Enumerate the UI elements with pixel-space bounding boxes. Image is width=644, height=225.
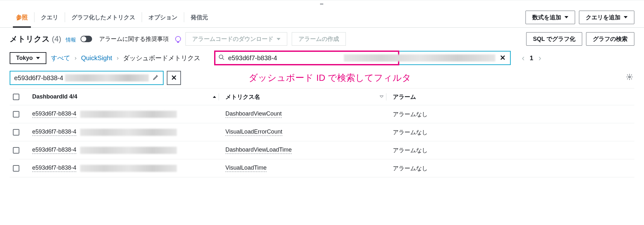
table-row: e593d6f7-b838-4 VisualLoadErrorCount アラー… (10, 123, 634, 141)
alarm-text: アラームなし (393, 164, 428, 172)
next-page-button[interactable]: › (538, 54, 541, 62)
tab-query[interactable]: クエリ (34, 7, 65, 27)
page-number: 1 (530, 54, 533, 62)
col-dashboard-id[interactable]: DashboardId 4/4 (29, 93, 222, 100)
tab-browse[interactable]: 参照 (10, 7, 34, 27)
add-math-label: 数式を追加 (532, 14, 561, 21)
redacted-text (80, 165, 177, 172)
panel-drag-handle[interactable]: ═ (0, 0, 644, 7)
alarm-recommendations-label: アラームに関する推奨事項 (99, 35, 169, 43)
breadcrumb-dimension: ダッシュボードメトリクス (123, 54, 200, 62)
row-checkbox[interactable] (13, 129, 19, 136)
chevron-down-icon (36, 57, 40, 59)
table-body: e593d6f7-b838-4 DashboardViewCount アラームな… (10, 105, 634, 177)
redacted-text (65, 74, 149, 81)
alarm-text: アラームなし (393, 110, 428, 118)
metric-name-text: DashboardViewLoadTime (225, 146, 292, 154)
metrics-table: DashboardId 4/4 メトリクス名 アラーム e593d6f7-b83… (10, 88, 634, 177)
clear-search-button[interactable]: ✕ (495, 54, 510, 62)
filter-chip-text: e593d6f7-b838-4 (14, 74, 63, 82)
search-input[interactable] (228, 54, 344, 62)
metric-name-cell[interactable]: DashboardViewLoadTime (222, 146, 390, 154)
region-label: Tokyo (16, 55, 33, 61)
dashboard-id-cell[interactable]: e593d6f7-b838-4 (29, 128, 222, 136)
row-checkbox[interactable] (13, 111, 19, 117)
dashboard-id-cell[interactable]: e593d6f7-b838-4 (29, 164, 222, 172)
metric-name-cell[interactable]: VisualLoadErrorCount (222, 128, 390, 136)
row-checkbox[interactable] (13, 147, 19, 154)
row-select-cell (10, 165, 29, 172)
alarm-recommendations-toggle[interactable] (80, 36, 92, 42)
row-checkbox[interactable] (13, 165, 19, 172)
alarm-text: アラームなし (393, 128, 428, 136)
col-metric-name-label: メトリクス名 (225, 93, 260, 101)
row-select-cell (10, 111, 29, 117)
metrics-count: (4) (52, 34, 61, 43)
metric-name-text: DashboardViewCount (225, 110, 282, 118)
dashboard-id-prefix: e593d6f7-b838-4 (32, 128, 76, 136)
search-icon (215, 54, 228, 62)
breadcrumb-namespace[interactable]: QuickSight (81, 54, 112, 62)
remove-chip-button[interactable]: ✕ (167, 71, 181, 85)
download-alarm-code-label: アラームコードのダウンロード (192, 35, 273, 43)
tab-source[interactable]: 発信元 (184, 7, 214, 27)
sort-asc-icon (213, 96, 216, 98)
chevron-down-icon (624, 16, 628, 18)
add-query-button[interactable]: クエリを追加 (579, 11, 634, 24)
col-alarm[interactable]: アラーム (390, 93, 634, 101)
dashboard-id-prefix: e593d6f7-b838-4 (32, 164, 76, 172)
filter-chip[interactable]: e593d6f7-b838-4 (10, 71, 164, 85)
drag-handle-icon: ═ (320, 2, 324, 6)
chevron-down-icon (277, 38, 280, 40)
tabs: 参照 クエリ グラフ化したメトリクス オプション 発信元 (10, 7, 214, 27)
redacted-text (80, 129, 177, 136)
table-row: e593d6f7-b838-4 VisualLoadTime アラームなし (10, 159, 634, 177)
dashboard-id-cell[interactable]: e593d6f7-b838-4 (29, 110, 222, 118)
tabs-row: 参照 クエリ グラフ化したメトリクス オプション 発信元 数式を追加 クエリを追… (0, 7, 644, 28)
redacted-text (344, 54, 495, 61)
svg-line-1 (223, 58, 224, 60)
add-query-label: クエリを追加 (586, 14, 620, 21)
page-title-block: メトリクス (4) 情報 (10, 34, 76, 44)
region-dropdown[interactable]: Tokyo (10, 52, 46, 64)
alarm-text: アラームなし (393, 146, 428, 154)
graph-sql-button[interactable]: SQL でグラフ化 (526, 32, 582, 46)
row-select-cell (10, 147, 29, 154)
alarm-cell: アラームなし (390, 128, 634, 136)
metric-name-cell[interactable]: DashboardViewCount (222, 110, 390, 118)
dashboard-id-cell[interactable]: e593d6f7-b838-4 (29, 146, 222, 154)
lightbulb-icon (175, 36, 181, 42)
info-link[interactable]: 情報 (66, 37, 76, 43)
pager: ‹ 1 › (522, 54, 541, 62)
header-toolbar: メトリクス (4) 情報 アラームに関する推奨事項 アラームコードのダウンロード… (0, 28, 644, 49)
annotation-text: ダッシュボード ID で検索してフィルタ (249, 72, 411, 84)
search-field[interactable]: ✕ (214, 51, 511, 65)
chevron-right-icon: › (75, 55, 77, 61)
alarm-cell: アラームなし (390, 164, 634, 172)
table-row: e593d6f7-b838-4 DashboardViewCount アラームな… (10, 105, 634, 123)
prev-page-button[interactable]: ‹ (522, 54, 525, 62)
tabs-right-actions: 数式を追加 クエリを追加 (526, 11, 634, 24)
tab-options[interactable]: オプション (142, 7, 184, 27)
breadcrumb-row: Tokyo すべて › QuickSight › ダッシュボードメトリクス ✕ … (0, 49, 644, 70)
search-graph-button[interactable]: グラフの検索 (586, 32, 634, 46)
tab-graphed-metrics[interactable]: グラフ化したメトリクス (65, 7, 142, 27)
col-metric-name[interactable]: メトリクス名 (222, 93, 390, 101)
table-row: e593d6f7-b838-4 DashboardViewLoadTime アラ… (10, 141, 634, 159)
metric-name-cell[interactable]: VisualLoadTime (222, 164, 390, 172)
select-all-checkbox[interactable] (13, 94, 19, 100)
chevron-down-icon (564, 16, 568, 18)
add-math-button[interactable]: 数式を追加 (526, 11, 575, 24)
create-alarm-button: アラームの作成 (292, 32, 346, 46)
sort-icon (380, 96, 384, 98)
edit-chip-button[interactable] (153, 74, 159, 82)
row-select-cell (10, 129, 29, 136)
alarm-cell: アラームなし (390, 110, 634, 118)
table-header: DashboardId 4/4 メトリクス名 アラーム (10, 89, 634, 105)
page-title: メトリクス (10, 34, 50, 44)
redacted-text (80, 147, 177, 154)
col-alarm-label: アラーム (393, 93, 416, 101)
settings-button[interactable] (626, 73, 633, 82)
redacted-text (80, 111, 177, 118)
breadcrumb-all[interactable]: すべて (51, 54, 70, 62)
